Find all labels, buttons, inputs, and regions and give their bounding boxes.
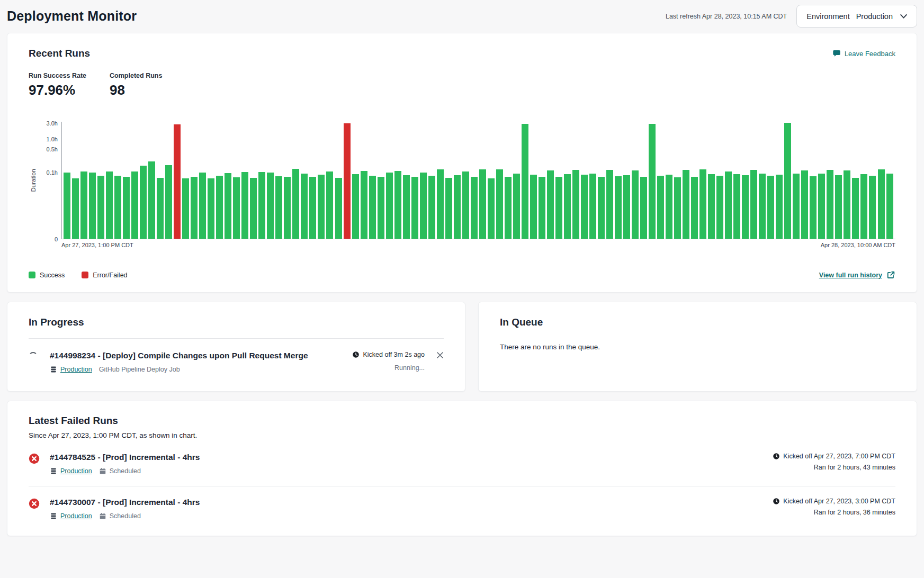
environment-link-label[interactable]: Production — [60, 366, 92, 373]
chart-bar-success[interactable] — [615, 176, 622, 239]
chart-bar-success[interactable] — [140, 166, 147, 239]
chart-bar-success[interactable] — [437, 169, 444, 239]
chart-bar-success[interactable] — [623, 175, 630, 239]
chart-bar-success[interactable] — [445, 178, 452, 239]
chart-bar-success[interactable] — [691, 177, 698, 239]
chart-bar-failed[interactable] — [344, 123, 351, 239]
chart-bar-success[interactable] — [471, 177, 478, 239]
chart-bar-success[interactable] — [776, 175, 783, 239]
chart-bar-success[interactable] — [233, 177, 240, 239]
chart-bar-success[interactable] — [708, 174, 715, 239]
chart-bar-success[interactable] — [386, 173, 393, 239]
chart-bar-success[interactable] — [216, 176, 223, 239]
chart-bar-success[interactable] — [369, 176, 376, 239]
chart-bar-success[interactable] — [258, 172, 265, 239]
chart-bar-success[interactable] — [878, 169, 885, 239]
chart-bar-success[interactable] — [72, 178, 79, 239]
leave-feedback-link[interactable]: Leave Feedback — [832, 49, 895, 58]
chart-bar-success[interactable] — [454, 175, 461, 239]
chart-bar-success[interactable] — [750, 170, 757, 239]
chart-bar-success[interactable] — [716, 176, 723, 239]
chart-bar-success[interactable] — [352, 174, 359, 239]
chart-bar-success[interactable] — [632, 170, 639, 239]
chart-bar-success[interactable] — [733, 174, 740, 239]
chart-bar-success[interactable] — [378, 177, 384, 239]
view-full-run-history-link[interactable]: View full run history — [819, 270, 895, 279]
chart-bar-success[interactable] — [581, 175, 588, 239]
chart-bar-success[interactable] — [182, 178, 189, 239]
chart-bar-success[interactable] — [606, 170, 613, 239]
chart-bar-success[interactable] — [793, 174, 800, 239]
chart-bar-success[interactable] — [699, 169, 706, 239]
environment-dropdown[interactable]: Environment Production — [796, 5, 917, 28]
chart-bar-success[interactable] — [530, 175, 537, 239]
chart-bar-success[interactable] — [488, 178, 495, 239]
chart-bar-success[interactable] — [267, 173, 274, 239]
chart-bar-success[interactable] — [513, 174, 520, 239]
chart-bar-success[interactable] — [420, 173, 427, 239]
chart-bar-success[interactable] — [284, 177, 291, 239]
chart-bar-success[interactable] — [640, 177, 647, 239]
chart-bar-success[interactable] — [572, 170, 579, 239]
chart-bar-success[interactable] — [784, 123, 791, 239]
chart-bar-success[interactable] — [114, 176, 121, 239]
chart-bar-success[interactable] — [801, 170, 808, 239]
chart-bar-success[interactable] — [80, 171, 87, 239]
chart-bar-success[interactable] — [657, 176, 664, 239]
chart-bar-success[interactable] — [852, 178, 859, 239]
chart-bar-success[interactable] — [123, 177, 130, 239]
chart-bar-success[interactable] — [555, 177, 562, 239]
chart-bar-success[interactable] — [649, 124, 656, 239]
chart-bar-success[interactable] — [97, 176, 104, 239]
chart-bar-success[interactable] — [818, 174, 825, 239]
chart-bar-failed[interactable] — [174, 124, 181, 239]
chart-bar-success[interactable] — [725, 171, 732, 239]
chart-bar-success[interactable] — [225, 173, 231, 239]
chart-bar-success[interactable] — [106, 171, 113, 239]
chart-bar-success[interactable] — [564, 174, 571, 239]
chart-bar-success[interactable] — [403, 175, 410, 239]
chart-bar-success[interactable] — [131, 171, 138, 239]
chart-bar-success[interactable] — [835, 175, 842, 239]
chart-bar-success[interactable] — [428, 176, 435, 239]
chart-bar-success[interactable] — [361, 171, 367, 239]
chart-bar-success[interactable] — [241, 172, 248, 239]
close-icon[interactable] — [436, 351, 444, 373]
chart-bar-success[interactable] — [148, 161, 155, 239]
chart-bar-success[interactable] — [326, 171, 333, 239]
chart-bar-success[interactable] — [767, 176, 774, 239]
chart-bar-success[interactable] — [810, 176, 817, 239]
chart-bar-success[interactable] — [547, 170, 554, 239]
chart-bar-success[interactable] — [539, 177, 545, 239]
chart-bar-success[interactable] — [479, 169, 486, 239]
chart-bar-success[interactable] — [250, 178, 257, 239]
chart-bar-success[interactable] — [827, 170, 833, 239]
chart-bar-success[interactable] — [496, 169, 503, 239]
chart-bar-success[interactable] — [462, 171, 469, 239]
chart-bar-success[interactable] — [844, 170, 850, 239]
chart-bar-success[interactable] — [318, 175, 325, 239]
chart-bar-success[interactable] — [683, 170, 689, 239]
chart-bar-success[interactable] — [208, 178, 214, 239]
chart-bar-success[interactable] — [589, 174, 596, 239]
chart-bar-success[interactable] — [165, 165, 172, 239]
environment-link-label[interactable]: Production — [60, 512, 92, 520]
chart-bar-success[interactable] — [335, 178, 342, 239]
chart-bar-success[interactable] — [191, 177, 198, 239]
chart-bar-success[interactable] — [886, 174, 893, 239]
chart-bar-success[interactable] — [860, 174, 867, 239]
chart-bar-success[interactable] — [292, 169, 299, 239]
chart-bar-success[interactable] — [759, 174, 766, 239]
chart-bar-success[interactable] — [522, 124, 528, 239]
chart-bar-success[interactable] — [674, 177, 681, 239]
chart-bar-success[interactable] — [505, 177, 512, 239]
chart-bar-success[interactable] — [666, 175, 672, 239]
chart-bar-success[interactable] — [199, 173, 206, 239]
chart-bar-success[interactable] — [394, 171, 401, 239]
chart-bar-success[interactable] — [742, 175, 749, 239]
chart-bar-success[interactable] — [301, 174, 308, 239]
environment-link-label[interactable]: Production — [60, 467, 92, 475]
chart-bar-success[interactable] — [157, 178, 164, 239]
chart-bar-success[interactable] — [411, 177, 418, 239]
chart-bar-success[interactable] — [64, 173, 70, 239]
